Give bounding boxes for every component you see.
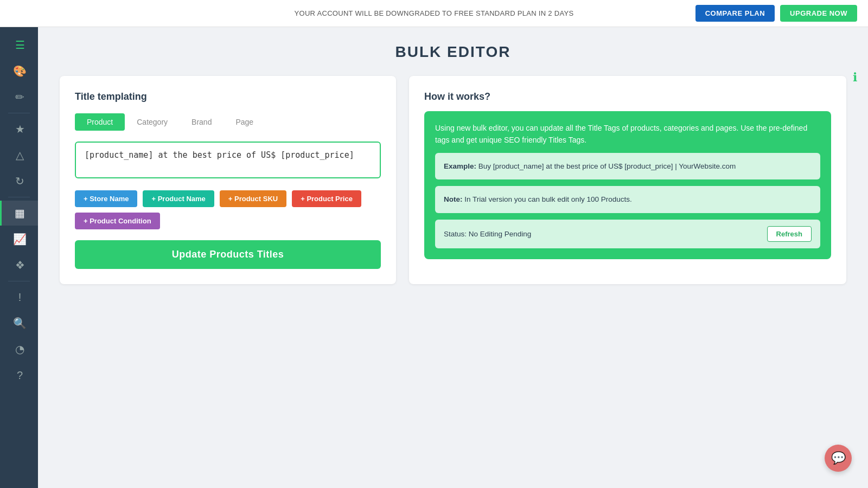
sidebar-item-sync[interactable]: ↻ bbox=[0, 169, 38, 194]
network-icon: ❖ bbox=[15, 259, 25, 272]
panels: Title templating Product Category Brand … bbox=[60, 76, 846, 284]
sidebar-item-menu[interactable]: ☰ bbox=[0, 33, 38, 57]
note-text: In Trial version you can bulk edit only … bbox=[464, 195, 631, 203]
template-input[interactable]: [product_name] at the best price of US$ … bbox=[75, 142, 381, 178]
grid-icon: ▦ bbox=[15, 207, 25, 220]
tabs: Product Category Brand Page bbox=[75, 113, 381, 131]
chat-bubble[interactable]: 💬 bbox=[825, 445, 852, 472]
topbar-actions: COMPARE PLAN UPGRADE NOW bbox=[695, 5, 857, 22]
sidebar-item-search[interactable]: 🔍 bbox=[0, 311, 38, 336]
note-label: Note: bbox=[444, 195, 463, 203]
triangle-icon: △ bbox=[16, 149, 24, 162]
refresh-icon: ↻ bbox=[15, 175, 24, 188]
downgrade-message: YOUR ACCOUNT WILL BE DOWNGRADED TO FREE … bbox=[295, 9, 574, 17]
search-icon: 🔍 bbox=[13, 317, 27, 330]
status-label: Status: bbox=[444, 230, 467, 238]
left-panel: Title templating Product Category Brand … bbox=[60, 76, 396, 284]
info-section: Using new bulk editor, you can update al… bbox=[424, 111, 831, 259]
example-label: Example: bbox=[444, 162, 476, 170]
topbar: YOUR ACCOUNT WILL BE DOWNGRADED TO FREE … bbox=[0, 0, 868, 27]
right-panel: How it works? Using new bulk editor, you… bbox=[409, 76, 846, 284]
sidebar-item-edit[interactable]: ✏ bbox=[0, 85, 38, 110]
sidebar-item-pie-chart[interactable]: ◔ bbox=[0, 337, 38, 362]
status-card: Status: No Editing Pending Refresh bbox=[435, 220, 820, 248]
palette-icon: 🎨 bbox=[13, 65, 27, 78]
info-description: Using new bulk editor, you can update al… bbox=[435, 122, 820, 146]
sidebar-item-bulk-editor[interactable]: ▦ bbox=[0, 201, 38, 226]
compare-plan-button[interactable]: COMPARE PLAN bbox=[695, 5, 775, 22]
upgrade-now-button[interactable]: UPGRADE NOW bbox=[780, 5, 857, 22]
tag-product-name-button[interactable]: + Product Name bbox=[143, 190, 214, 207]
status-value: No Editing Pending bbox=[469, 230, 532, 238]
question-icon: ? bbox=[17, 369, 23, 382]
tag-product-sku-button[interactable]: + Product SKU bbox=[220, 190, 286, 207]
page-title: BULK EDITOR bbox=[60, 43, 846, 61]
chart-line-icon: 📈 bbox=[13, 233, 27, 246]
chat-icon: 💬 bbox=[831, 451, 846, 465]
panel-left-title: Title templating bbox=[75, 91, 381, 102]
status-text: Status: No Editing Pending bbox=[444, 230, 531, 238]
sidebar-item-sitemaps[interactable]: ❖ bbox=[0, 253, 38, 278]
sidebar-divider bbox=[8, 113, 30, 113]
sidebar-divider-3 bbox=[8, 281, 30, 281]
tab-category[interactable]: Category bbox=[125, 113, 180, 131]
star-icon: ★ bbox=[15, 123, 25, 136]
menu-icon: ☰ bbox=[15, 38, 25, 52]
refresh-button[interactable]: Refresh bbox=[767, 226, 812, 242]
sidebar-item-alerts[interactable]: ! bbox=[0, 285, 38, 310]
pie-chart-icon: ◔ bbox=[15, 343, 24, 356]
alert-icon: ! bbox=[18, 291, 22, 304]
how-it-works-title: How it works? bbox=[424, 91, 831, 102]
tab-brand[interactable]: Brand bbox=[180, 113, 224, 131]
sidebar-item-help[interactable]: ? bbox=[0, 363, 38, 388]
tab-product[interactable]: Product bbox=[75, 113, 125, 131]
sidebar: ☰ 🎨 ✏ ★ △ ↻ ▦ 📈 ❖ ! 🔍 bbox=[0, 27, 38, 488]
layout: ☰ 🎨 ✏ ★ △ ↻ ▦ 📈 ❖ ! 🔍 bbox=[0, 27, 868, 488]
sidebar-item-dashboard[interactable]: 🎨 bbox=[0, 59, 38, 84]
tag-buttons: + Store Name + Product Name + Product SK… bbox=[75, 190, 381, 229]
example-text: Buy [product_name] at the best price of … bbox=[478, 162, 736, 170]
example-card: Example: Buy [product_name] at the best … bbox=[435, 153, 820, 180]
info-icon[interactable]: ℹ bbox=[853, 70, 857, 85]
note-card: Note: In Trial version you can bulk edit… bbox=[435, 186, 820, 213]
main-content: ℹ BULK EDITOR Title templating Product C… bbox=[38, 27, 868, 488]
sidebar-item-favorites[interactable]: ★ bbox=[0, 117, 38, 142]
sidebar-divider-2 bbox=[8, 197, 30, 197]
update-products-titles-button[interactable]: Update Products Titles bbox=[75, 240, 381, 269]
sidebar-item-analytics[interactable]: △ bbox=[0, 143, 38, 168]
tag-store-name-button[interactable]: + Store Name bbox=[75, 190, 137, 207]
sidebar-item-reports[interactable]: 📈 bbox=[0, 227, 38, 252]
tag-product-price-button[interactable]: + Product Price bbox=[292, 190, 361, 207]
pencil-icon: ✏ bbox=[15, 91, 24, 104]
tab-page[interactable]: Page bbox=[224, 113, 265, 131]
tag-product-condition-button[interactable]: + Product Condition bbox=[75, 213, 160, 229]
